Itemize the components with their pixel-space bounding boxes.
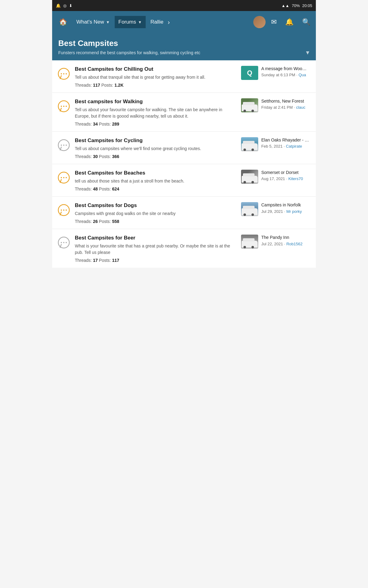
forum-latest-user-beaches[interactable]: Kiters70 bbox=[288, 176, 303, 181]
forum-header: Best Campsites Funsters recommend the be… bbox=[52, 33, 316, 60]
svg-point-2 bbox=[63, 73, 64, 74]
svg-point-15 bbox=[66, 177, 67, 178]
forum-chat-icon-walking bbox=[56, 100, 71, 114]
wifi-icon: ▲▲ bbox=[282, 3, 289, 8]
forum-chat-icon-chilling-out bbox=[56, 67, 71, 82]
avatar-image bbox=[253, 16, 266, 28]
svg-point-11 bbox=[66, 145, 67, 146]
forum-latest-user-beer[interactable]: Rob1562 bbox=[286, 242, 303, 246]
forum-latest-beer: The Pandy InnJul 22, 2021 · Rob1562 bbox=[241, 235, 312, 249]
rallies-nav[interactable]: Rallie › bbox=[147, 13, 176, 32]
forums-nav[interactable]: Forums ▼ bbox=[115, 16, 146, 28]
svg-point-14 bbox=[63, 177, 64, 178]
status-right-info: ▲▲ 70% 20:05 bbox=[282, 3, 312, 8]
whats-new-nav[interactable]: What's New ▼ bbox=[73, 16, 113, 28]
forum-latest-title-cycling: Elan Oaks Rhayader - … bbox=[261, 137, 312, 143]
forum-latest-info-chilling-out: A message from Woo…Sunday at 6:13 PM · Q… bbox=[261, 66, 312, 77]
forum-latest-info-beaches: Somerset or DorsetAug 17, 2021 · Kiters7… bbox=[261, 170, 312, 181]
svg-point-5 bbox=[61, 106, 62, 107]
forum-latest-info-beer: The Pandy InnJul 22, 2021 · Rob1562 bbox=[261, 235, 312, 246]
svg-point-19 bbox=[66, 209, 67, 211]
svg-point-3 bbox=[66, 73, 67, 74]
forum-chat-icon-dogs bbox=[56, 203, 71, 218]
forum-title-cycling[interactable]: Best Campsites for Cycling bbox=[75, 137, 237, 144]
forum-desc-beer: What is your favourite site that has a g… bbox=[75, 243, 237, 256]
forum-item-chilling-out[interactable]: Best Campsites for Chilling OutTell us a… bbox=[52, 60, 316, 93]
forum-latest-user-cycling[interactable]: Catpirate bbox=[286, 144, 302, 149]
forum-latest-user-chilling-out[interactable]: Qua bbox=[298, 73, 306, 77]
forum-latest-info-walking: Setthorns, New ForestFriday at 2:41 PM ·… bbox=[261, 98, 312, 110]
forum-latest-meta-walking: Friday at 2:41 PM · clauc bbox=[261, 105, 312, 110]
svg-point-18 bbox=[63, 209, 64, 211]
status-bar: 🔔 ◎ ⬇ ▲▲ 70% 20:05 bbox=[52, 0, 316, 11]
forum-stats-dogs: Threads: 26 Posts: 558 bbox=[75, 219, 237, 224]
rallies-label: Rallie bbox=[151, 19, 164, 25]
latest-avatar-q: Q bbox=[241, 66, 258, 80]
forum-content-dogs: Best Campsites for DogsCampsites with gr… bbox=[75, 202, 237, 224]
whats-new-label: What's New bbox=[76, 19, 104, 25]
svg-point-7 bbox=[66, 106, 67, 107]
nav-bar: 🏠 What's New ▼ Forums ▼ Rallie › ✉ 🔔 🔍 bbox=[52, 11, 316, 33]
forum-title-chilling-out[interactable]: Best Campsites for Chilling Out bbox=[75, 66, 237, 73]
forum-latest-chilling-out: QA message from Woo…Sunday at 6:13 PM · … bbox=[241, 66, 312, 80]
forum-latest-title-beaches: Somerset or Dorset bbox=[261, 170, 312, 176]
forum-item-beer[interactable]: Best Campsites for BeerWhat is your favo… bbox=[52, 229, 316, 268]
svg-point-17 bbox=[61, 209, 62, 211]
more-nav-icon[interactable]: › bbox=[165, 16, 172, 29]
messages-button[interactable]: ✉ bbox=[268, 16, 280, 28]
forum-item-dogs[interactable]: Best Campsites for DogsCampsites with gr… bbox=[52, 197, 316, 229]
forum-desc-walking: Tell us about your favourite campsite fo… bbox=[75, 107, 237, 119]
notifications-button[interactable]: 🔔 bbox=[282, 16, 297, 28]
home-button[interactable]: 🏠 bbox=[55, 15, 71, 29]
forum-latest-meta-dogs: Jul 29, 2021 · Mr porky bbox=[261, 209, 312, 214]
forum-latest-meta-chilling-out: Sunday at 6:13 PM · Qua bbox=[261, 73, 312, 77]
nav-action-icons: ✉ 🔔 🔍 bbox=[253, 16, 313, 28]
search-button[interactable]: 🔍 bbox=[299, 16, 313, 28]
forum-latest-meta-beaches: Aug 17, 2021 · Kiters70 bbox=[261, 176, 312, 181]
forum-desc-beaches: tell us about those sites that a just a … bbox=[75, 178, 237, 184]
forum-header-dropdown-icon[interactable]: ▼ bbox=[305, 50, 310, 56]
forum-title-walking[interactable]: Best campsites for Walking bbox=[75, 98, 237, 105]
notification-icon: 🔔 bbox=[56, 3, 61, 8]
user-avatar[interactable] bbox=[253, 16, 266, 28]
forum-latest-beaches: Somerset or DorsetAug 17, 2021 · Kiters7… bbox=[241, 170, 312, 184]
forum-content-chilling-out: Best Campsites for Chilling OutTell us a… bbox=[75, 66, 237, 88]
current-time: 20:05 bbox=[302, 3, 312, 8]
forum-list: Best Campsites for Chilling OutTell us a… bbox=[52, 60, 316, 268]
forum-stats-walking: Threads: 34 Posts: 289 bbox=[75, 122, 237, 126]
forum-content-beaches: Best Campsites for Beachestell us about … bbox=[75, 170, 237, 191]
svg-point-22 bbox=[63, 242, 64, 243]
svg-point-13 bbox=[61, 177, 62, 178]
forum-latest-walking: Setthorns, New ForestFriday at 2:41 PM ·… bbox=[241, 98, 312, 112]
forum-chat-icon-beer bbox=[56, 236, 71, 251]
forum-stats-chilling-out: Threads: 117 Posts: 1.2K bbox=[75, 83, 237, 88]
forum-header-title: Best Campsites bbox=[58, 39, 310, 48]
svg-point-1 bbox=[61, 73, 62, 74]
svg-point-23 bbox=[66, 242, 67, 243]
forum-desc-dogs: Campsites with great dog walks on the si… bbox=[75, 210, 237, 217]
forum-title-beaches[interactable]: Best Campsites for Beaches bbox=[75, 170, 237, 176]
forum-latest-title-walking: Setthorns, New Forest bbox=[261, 98, 312, 104]
forum-title-beer[interactable]: Best Campsites for Beer bbox=[75, 235, 237, 241]
forum-latest-user-dogs[interactable]: Mr porky bbox=[286, 209, 302, 214]
forum-stats-beer: Threads: 17 Posts: 117 bbox=[75, 258, 237, 263]
forum-title-dogs[interactable]: Best Campsites for Dogs bbox=[75, 202, 237, 209]
forum-item-beaches[interactable]: Best Campsites for Beachestell us about … bbox=[52, 164, 316, 197]
forum-content-beer: Best Campsites for BeerWhat is your favo… bbox=[75, 235, 237, 263]
forums-chevron: ▼ bbox=[138, 20, 142, 24]
forum-latest-user-walking[interactable]: clauc bbox=[296, 105, 305, 110]
svg-point-6 bbox=[63, 106, 64, 107]
forum-content-cycling: Best Campsites for CyclingTell us about … bbox=[75, 137, 237, 159]
forum-latest-cycling: Elan Oaks Rhayader - …Feb 5, 2021 · Catp… bbox=[241, 137, 312, 151]
latest-thumb-dogs bbox=[241, 202, 258, 216]
forum-latest-meta-cycling: Feb 5, 2021 · Catpirate bbox=[261, 144, 312, 149]
forum-item-cycling[interactable]: Best Campsites for CyclingTell us about … bbox=[52, 132, 316, 164]
svg-point-21 bbox=[61, 242, 62, 243]
forum-latest-title-chilling-out: A message from Woo… bbox=[261, 66, 312, 72]
forum-latest-meta-beer: Jul 22, 2021 · Rob1562 bbox=[261, 242, 312, 246]
latest-thumb-beer bbox=[241, 235, 258, 249]
forum-item-walking[interactable]: Best campsites for WalkingTell us about … bbox=[52, 93, 316, 132]
forum-latest-title-dogs: Campsites in Norfolk bbox=[261, 202, 312, 208]
forum-latest-info-cycling: Elan Oaks Rhayader - …Feb 5, 2021 · Catp… bbox=[261, 137, 312, 149]
latest-thumb-beaches bbox=[241, 170, 258, 184]
